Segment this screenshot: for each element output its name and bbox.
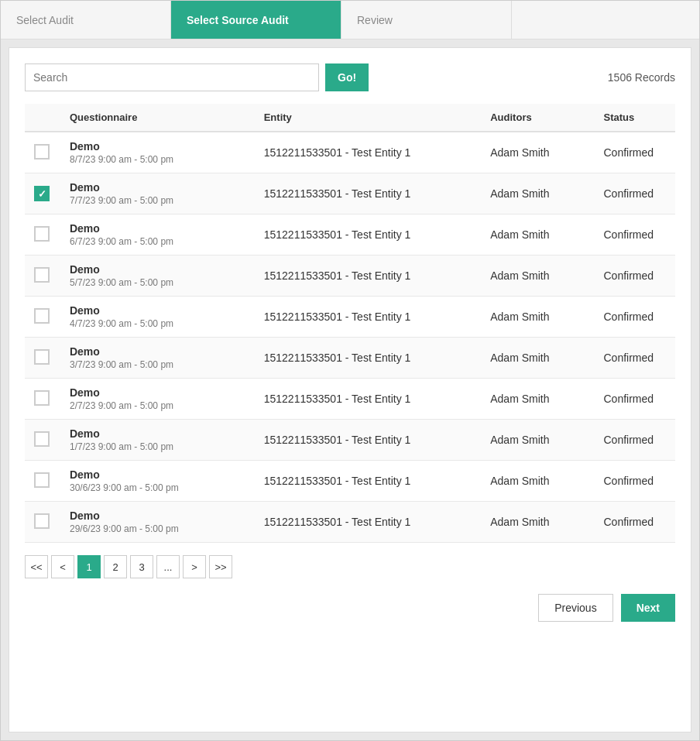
- row-auditor: Adam Smith: [481, 214, 594, 256]
- row-auditor: Adam Smith: [481, 338, 594, 379]
- app-wrapper: Select Audit Select Source Audit Review …: [0, 0, 700, 741]
- row-checkbox[interactable]: [34, 267, 50, 283]
- row-entity: 1512211533501 - Test Entity 1: [255, 379, 482, 420]
- row-entity: 1512211533501 - Test Entity 1: [255, 214, 482, 256]
- row-status: Confirmed: [595, 297, 676, 338]
- row-questionnaire: Demo7/7/23 9:00 am - 5:00 pm: [60, 173, 255, 214]
- search-input[interactable]: [25, 63, 319, 91]
- pagination-ellipsis: ...: [156, 555, 180, 578]
- tab-select-audit[interactable]: Select Audit: [1, 1, 171, 39]
- row-status: Confirmed: [595, 502, 676, 543]
- questionnaire-name: Demo: [70, 468, 245, 481]
- next-button[interactable]: Next: [621, 594, 675, 622]
- pagination-prev[interactable]: <: [51, 555, 74, 578]
- row-auditor: Adam Smith: [481, 256, 594, 297]
- questionnaire-date: 8/7/23 9:00 am - 5:00 pm: [70, 154, 245, 165]
- table-header-row: Questionnaire Entity Auditors Status: [25, 104, 675, 132]
- row-status: Confirmed: [595, 173, 676, 214]
- questionnaire-name: Demo: [70, 181, 245, 194]
- row-checkbox-cell[interactable]: [25, 132, 60, 173]
- questionnaire-date: 2/7/23 9:00 am - 5:00 pm: [70, 400, 245, 411]
- table-row: Demo2/7/23 9:00 am - 5:00 pm151221153350…: [25, 379, 675, 420]
- row-checkbox-cell[interactable]: [25, 173, 60, 214]
- row-questionnaire: Demo3/7/23 9:00 am - 5:00 pm: [60, 338, 255, 379]
- tab-review-label: Review: [357, 14, 393, 26]
- row-entity: 1512211533501 - Test Entity 1: [255, 256, 482, 297]
- questionnaire-date: 5/7/23 9:00 am - 5:00 pm: [70, 277, 245, 288]
- row-checkbox[interactable]: [34, 390, 50, 406]
- tab-review[interactable]: Review: [341, 1, 512, 39]
- row-checkbox[interactable]: [34, 513, 50, 529]
- records-count: 1506 Records: [608, 71, 675, 84]
- row-auditor: Adam Smith: [481, 297, 594, 338]
- table-row: Demo4/7/23 9:00 am - 5:00 pm151221153350…: [25, 297, 675, 338]
- row-checkbox[interactable]: [34, 226, 50, 242]
- questionnaire-date: 7/7/23 9:00 am - 5:00 pm: [70, 195, 245, 206]
- table-row: Demo1/7/23 9:00 am - 5:00 pm151221153350…: [25, 420, 675, 461]
- row-questionnaire: Demo5/7/23 9:00 am - 5:00 pm: [60, 256, 255, 297]
- previous-button[interactable]: Previous: [538, 594, 612, 622]
- pagination-page-2[interactable]: 2: [104, 555, 127, 578]
- table-row: Demo6/7/23 9:00 am - 5:00 pm151221153350…: [25, 214, 675, 256]
- table-body: Demo8/7/23 9:00 am - 5:00 pm151221153350…: [25, 132, 675, 543]
- row-checkbox[interactable]: [34, 186, 50, 201]
- questionnaire-name: Demo: [70, 263, 245, 276]
- row-entity: 1512211533501 - Test Entity 1: [255, 502, 482, 543]
- tab-select-source-audit[interactable]: Select Source Audit: [171, 1, 341, 39]
- row-entity: 1512211533501 - Test Entity 1: [255, 297, 482, 338]
- audit-table: Questionnaire Entity Auditors Status Dem…: [25, 104, 675, 543]
- table-row: Demo5/7/23 9:00 am - 5:00 pm151221153350…: [25, 256, 675, 297]
- tab-select-audit-label: Select Audit: [16, 14, 74, 26]
- row-status: Confirmed: [595, 214, 676, 256]
- col-auditors-header: Auditors: [481, 104, 594, 132]
- pagination-first[interactable]: <<: [25, 555, 48, 578]
- row-checkbox[interactable]: [34, 308, 50, 324]
- questionnaire-date: 1/7/23 9:00 am - 5:00 pm: [70, 441, 245, 452]
- questionnaire-name: Demo: [70, 304, 245, 317]
- pagination-page-3[interactable]: 3: [130, 555, 153, 578]
- row-checkbox[interactable]: [34, 472, 50, 488]
- row-checkbox-cell[interactable]: [25, 379, 60, 420]
- row-auditor: Adam Smith: [481, 420, 594, 461]
- row-checkbox-cell[interactable]: [25, 214, 60, 256]
- go-button[interactable]: Go!: [325, 63, 369, 91]
- row-checkbox-cell[interactable]: [25, 297, 60, 338]
- row-questionnaire: Demo6/7/23 9:00 am - 5:00 pm: [60, 214, 255, 256]
- row-checkbox-cell[interactable]: [25, 502, 60, 543]
- row-checkbox-cell[interactable]: [25, 420, 60, 461]
- row-checkbox-cell[interactable]: [25, 256, 60, 297]
- col-questionnaire-header: Questionnaire: [60, 104, 255, 132]
- table-row: Demo3/7/23 9:00 am - 5:00 pm151221153350…: [25, 338, 675, 379]
- pagination-row: << < 1 2 3 ... > >>: [25, 555, 675, 578]
- questionnaire-date: 29/6/23 9:00 am - 5:00 pm: [70, 523, 245, 534]
- questionnaire-name: Demo: [70, 386, 245, 399]
- row-entity: 1512211533501 - Test Entity 1: [255, 173, 482, 214]
- row-entity: 1512211533501 - Test Entity 1: [255, 338, 482, 379]
- questionnaire-name: Demo: [70, 345, 245, 358]
- questionnaire-date: 4/7/23 9:00 am - 5:00 pm: [70, 318, 245, 329]
- table-row: Demo29/6/23 9:00 am - 5:00 pm15122115335…: [25, 502, 675, 543]
- row-auditor: Adam Smith: [481, 379, 594, 420]
- row-auditor: Adam Smith: [481, 173, 594, 214]
- row-entity: 1512211533501 - Test Entity 1: [255, 420, 482, 461]
- table-row: Demo7/7/23 9:00 am - 5:00 pm151221153350…: [25, 173, 675, 214]
- questionnaire-date: 6/7/23 9:00 am - 5:00 pm: [70, 236, 245, 247]
- col-entity-header: Entity: [255, 104, 482, 132]
- row-checkbox[interactable]: [34, 349, 50, 365]
- search-left: Go!: [25, 63, 369, 91]
- col-status-header: Status: [595, 104, 676, 132]
- col-check-header: [25, 104, 60, 132]
- pagination-next[interactable]: >: [183, 555, 206, 578]
- questionnaire-name: Demo: [70, 427, 245, 440]
- pagination-page-1[interactable]: 1: [77, 555, 101, 578]
- row-status: Confirmed: [595, 420, 676, 461]
- row-status: Confirmed: [595, 256, 676, 297]
- row-questionnaire: Demo29/6/23 9:00 am - 5:00 pm: [60, 502, 255, 543]
- row-auditor: Adam Smith: [481, 461, 594, 502]
- row-checkbox-cell[interactable]: [25, 461, 60, 502]
- row-checkbox-cell[interactable]: [25, 338, 60, 379]
- row-checkbox[interactable]: [34, 431, 50, 447]
- row-checkbox[interactable]: [34, 144, 50, 160]
- questionnaire-name: Demo: [70, 222, 245, 235]
- pagination-last[interactable]: >>: [209, 555, 232, 578]
